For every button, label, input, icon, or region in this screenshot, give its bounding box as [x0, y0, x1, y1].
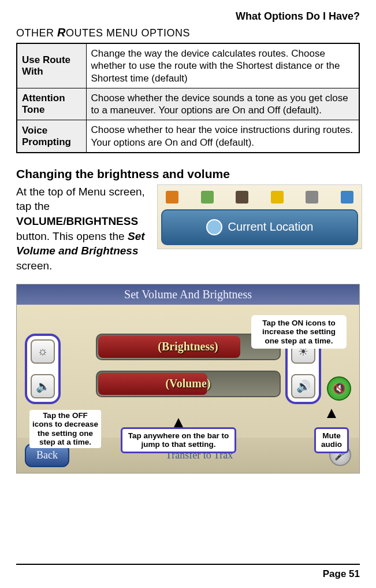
text: At the top of Menu screen, tap the	[16, 186, 145, 213]
on-icons-callout: Tap the ON icons to increase the setting…	[251, 315, 347, 349]
option-desc: Change the way the device calculates rou…	[86, 43, 359, 88]
brightness-down-icon[interactable]: ☼	[31, 339, 55, 364]
mute-callout: Mute audio	[314, 427, 349, 453]
arrow-icon	[174, 418, 183, 427]
current-location-button[interactable]: Current Location	[161, 209, 358, 245]
location-dot-icon	[206, 219, 222, 235]
heading-part: MENU OPTIONS	[103, 27, 191, 39]
settings-icon[interactable]	[166, 191, 178, 204]
table-row: Use Route With Change the way the device…	[17, 43, 359, 88]
option-desc: Choose whether to hear the voice instruc…	[86, 120, 359, 153]
off-icons-callout: Tap the OFF icons to decrease the settin…	[25, 408, 106, 450]
volume-bar-label: (Volume)	[165, 377, 210, 390]
arrow-icon	[327, 409, 336, 418]
decrease-icons-group: ☼ 🔈	[25, 334, 61, 404]
table-row: Attention Tone Choose whether the device…	[17, 88, 359, 120]
set-volume-brightness-screenshot: Set Volume And Brightness Tap the ON ico…	[16, 284, 360, 474]
bar-tap-callout: Tap anywhere on the bar to jump to that …	[121, 427, 236, 453]
heading-part: THER	[25, 27, 54, 39]
volume-brightness-label: VOLUME/BRIGHTNESS	[16, 215, 138, 227]
heading-part: O	[16, 27, 25, 39]
volume-down-icon[interactable]: 🔈	[31, 374, 55, 398]
current-location-graphic: Current Location	[157, 184, 362, 249]
callout-text: Tap the OFF icons to decrease the settin…	[29, 410, 101, 448]
other-routes-heading: OTHER ROUTES MENU OPTIONS	[16, 26, 360, 39]
text: button. This opens the	[16, 230, 128, 242]
page-footer: Page 51	[16, 564, 360, 580]
mute-audio-button[interactable]: 🔇	[327, 376, 351, 401]
page-number: Page 51	[323, 568, 360, 579]
intro-paragraph: At the top of Menu screen, tap the VOLUM…	[16, 184, 149, 273]
volume-bar[interactable]: (Volume)	[96, 371, 281, 397]
table-row: Voice Prompting Choose whether to hear t…	[17, 120, 359, 153]
callout-text: Tap the ON icons to increase the setting…	[256, 317, 342, 347]
option-label: Attention Tone	[17, 88, 86, 120]
option-label: Use Route With	[17, 43, 86, 88]
heading-part: OUTES	[66, 27, 103, 39]
toolbar-icons	[161, 188, 358, 209]
text: screen.	[16, 260, 52, 272]
option-label: Voice Prompting	[17, 120, 86, 153]
heading-part: R	[57, 26, 66, 39]
page-header-title: What Options Do I Have?	[16, 10, 360, 23]
brightness-bar-label: (Brightness)	[158, 340, 218, 353]
screen-title: Set Volume And Brightness	[17, 284, 359, 305]
warning-icon[interactable]	[271, 191, 284, 204]
changing-brightness-heading: Changing the brightness and volume	[16, 167, 360, 181]
info-icon[interactable]	[306, 191, 318, 204]
volume-brightness-icon[interactable]	[341, 191, 353, 204]
option-desc: Choose whether the device sounds a tone …	[86, 88, 359, 120]
volume-up-icon[interactable]: 🔊	[291, 374, 315, 398]
routes-options-table: Use Route With Change the way the device…	[16, 43, 360, 153]
map-icon[interactable]	[201, 191, 214, 204]
route-icon[interactable]	[236, 191, 248, 204]
current-location-label: Current Location	[228, 220, 314, 234]
